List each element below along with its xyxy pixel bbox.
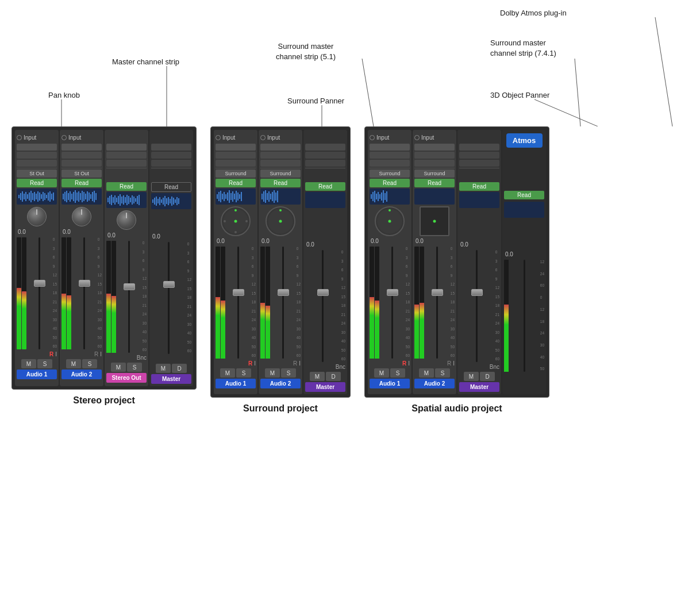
fader-thumb-master-spatial[interactable] xyxy=(471,289,483,296)
svg-rect-91 xyxy=(230,193,232,200)
mute-btn-master-spatial[interactable]: M xyxy=(464,372,479,381)
fader-thumb-audio1-surround[interactable] xyxy=(233,289,244,296)
read-button-audio2-surround[interactable]: Read xyxy=(260,179,301,187)
fader-thumb-master-stereo[interactable] xyxy=(163,281,175,288)
svg-rect-29 xyxy=(64,192,66,201)
svg-rect-54 xyxy=(118,196,119,204)
channel-name-audio2-stereo: Audio 2 xyxy=(61,369,102,379)
svg-rect-63 xyxy=(133,197,134,203)
svg-rect-66 xyxy=(139,195,140,205)
stereo-project-group: Input St Out Read xyxy=(11,126,197,406)
surround-button-audio2-surround[interactable]: Surround xyxy=(260,170,301,178)
mute-btn-audio1-spatial[interactable]: M xyxy=(374,368,389,378)
mute-btn-audio2-stereo[interactable]: M xyxy=(66,359,81,368)
read-button-master-surround[interactable]: Read xyxy=(305,182,345,191)
channel-name-audio2-surround: Audio 2 xyxy=(260,379,301,388)
mute-btn-master-stereo[interactable]: M xyxy=(156,364,171,373)
atmos-button[interactable]: Atmos xyxy=(506,133,543,148)
pan-knob-stereoout[interactable] xyxy=(117,210,136,230)
svg-rect-22 xyxy=(44,193,45,200)
read-button-audio1-spatial[interactable]: Read xyxy=(370,179,410,187)
svg-rect-49 xyxy=(109,196,110,204)
channel-strip-audio1-stereo: Input St Out Read xyxy=(15,130,59,386)
svg-rect-94 xyxy=(236,191,237,202)
fader-thumb-audio2-stereo[interactable] xyxy=(79,280,90,287)
solo-btn-audio2-stereo[interactable]: S xyxy=(82,359,97,368)
stereo-project-label: Stereo project xyxy=(73,395,135,406)
d-btn-master-surround[interactable]: D xyxy=(326,372,341,381)
waveform-master-spatial xyxy=(459,192,499,208)
svg-rect-14 xyxy=(30,191,32,202)
waveform-audio1-surround xyxy=(216,188,256,205)
svg-rect-55 xyxy=(120,194,121,206)
surround-panner-audio2[interactable] xyxy=(266,206,295,236)
stout-button-audio2-stereo[interactable]: St Out xyxy=(61,170,102,178)
mute-btn-audio2-surround[interactable]: M xyxy=(265,368,280,378)
mute-btn-audio1-surround[interactable]: M xyxy=(220,368,235,378)
surround-project-group: Input Surround Read xyxy=(210,126,351,414)
read-button-audio2-spatial[interactable]: Read xyxy=(414,179,455,187)
surround-master-741-annotation: Surround masterchannel strip (7.4.1) xyxy=(490,38,556,59)
read-button-audio1-stereo[interactable]: Read xyxy=(17,179,57,187)
fader-thumb-audio1-spatial[interactable] xyxy=(387,289,398,296)
svg-rect-56 xyxy=(121,197,122,203)
pan-knob-audio1-stereo[interactable] xyxy=(27,207,47,226)
mute-btn-stereoout[interactable]: M xyxy=(111,363,126,372)
fader-thumb-audio1-stereo[interactable] xyxy=(34,280,45,287)
read-button-atmos[interactable]: Read xyxy=(504,191,544,199)
svg-rect-72 xyxy=(161,199,162,203)
read-button-audio2-stereo[interactable]: Read xyxy=(61,179,102,187)
fader-thumb-audio2-surround[interactable] xyxy=(278,289,289,296)
solo-btn-audio1-stereo[interactable]: S xyxy=(37,359,52,368)
surround-panner-audio1-spatial[interactable] xyxy=(375,206,405,236)
object-panner-audio2-spatial[interactable] xyxy=(420,206,449,236)
read-button-stereoout[interactable]: Read xyxy=(106,182,147,191)
waveform-audio1-spatial xyxy=(370,188,410,205)
mute-btn-master-surround[interactable]: M xyxy=(310,372,325,381)
read-button-master-spatial[interactable]: Read xyxy=(459,182,499,191)
surround-master-51-annotation: Surround masterchannel strip (5.1) xyxy=(276,41,336,62)
channel-strip-audio2-surround: Input Surround Read xyxy=(259,130,302,394)
svg-rect-67 xyxy=(152,199,153,203)
svg-rect-25 xyxy=(49,191,51,202)
svg-rect-27 xyxy=(53,192,54,201)
surround-button-audio1-spatial[interactable]: Surround xyxy=(370,170,410,178)
svg-rect-74 xyxy=(164,196,166,206)
svg-rect-82 xyxy=(178,198,179,204)
svg-rect-20 xyxy=(41,194,42,199)
stout-button-audio1-stereo[interactable]: St Out xyxy=(17,170,57,178)
svg-rect-47 xyxy=(95,193,97,200)
channel-strip-master-surround: Read 0.0 0369121518212430405060 xyxy=(303,130,347,394)
svg-rect-19 xyxy=(39,192,40,201)
svg-line-5 xyxy=(575,59,580,126)
surround-button-audio1-surround[interactable]: Surround xyxy=(216,170,256,178)
surround-mixer-strips: Input Surround Read xyxy=(210,126,351,398)
surround-panner-audio1[interactable] xyxy=(221,206,251,236)
mute-btn-audio1-stereo[interactable]: M xyxy=(21,359,36,368)
fader-thumb-stereoout[interactable] xyxy=(124,283,135,290)
solo-btn-audio1-surround[interactable]: S xyxy=(236,368,251,378)
solo-btn-stereoout[interactable]: S xyxy=(127,363,142,372)
waveform-audio1-stereo xyxy=(17,188,57,205)
channel-strip-audio1-spatial: Input Surround Read xyxy=(368,130,411,394)
mute-btn-audio2-spatial[interactable]: M xyxy=(419,368,434,378)
d-btn-master-spatial[interactable]: D xyxy=(480,372,495,381)
svg-rect-52 xyxy=(114,195,116,205)
svg-rect-80 xyxy=(175,199,176,203)
read-button-master-stereo[interactable]: Read xyxy=(151,182,191,192)
solo-btn-audio1-spatial[interactable]: S xyxy=(390,368,405,378)
read-button-audio1-surround[interactable]: Read xyxy=(216,179,256,187)
svg-rect-90 xyxy=(229,190,230,203)
solo-btn-audio2-surround[interactable]: S xyxy=(281,368,296,378)
svg-rect-48 xyxy=(107,198,109,202)
fader-thumb-master-surround[interactable] xyxy=(317,289,329,296)
waveform-master-surround xyxy=(305,192,345,208)
surround-button-audio2-spatial[interactable]: Surround xyxy=(414,170,455,178)
solo-btn-audio2-spatial[interactable]: S xyxy=(435,368,450,378)
pan-knob-audio2-stereo[interactable] xyxy=(72,207,91,226)
master-channel-strip-annotation: Master channel strip xyxy=(112,57,179,66)
channel-strip-stereoout: Read 0.0 xyxy=(105,130,148,386)
svg-rect-65 xyxy=(137,196,138,204)
fader-thumb-audio2-spatial[interactable] xyxy=(432,289,443,296)
d-btn-master-stereo[interactable]: D xyxy=(172,364,187,373)
